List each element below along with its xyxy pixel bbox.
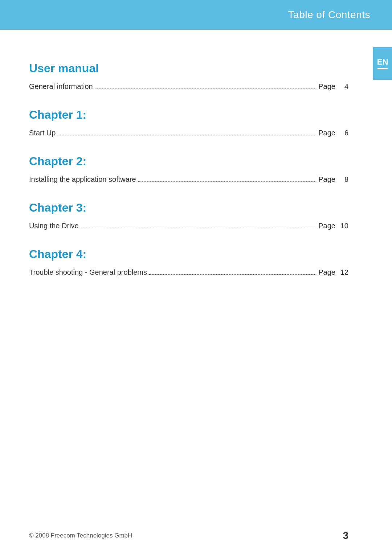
footer-page-number: 3 <box>343 530 348 541</box>
toc-entry: Using the Drive Page 10 <box>29 222 348 230</box>
section-heading-user-manual: User manual <box>29 62 348 75</box>
section-chapter-3: Chapter 3: Using the Drive Page 10 <box>29 201 348 230</box>
footer: © 2008 Freecom Technologies GmbH 3 <box>29 530 348 541</box>
lang-tab: EN <box>373 47 392 80</box>
toc-dots <box>81 228 317 228</box>
toc-page-num: 4 <box>338 82 348 91</box>
toc-page-label: Page <box>318 129 335 137</box>
toc-dots <box>58 135 316 135</box>
toc-page-num: 6 <box>338 129 348 137</box>
toc-entry-title: General information <box>29 82 93 91</box>
toc-content: User manual General information Page 4 C… <box>0 30 392 295</box>
section-heading-chapter-1: Chapter 1: <box>29 108 348 122</box>
section-chapter-4: Chapter 4: Trouble shooting - General pr… <box>29 248 348 277</box>
toc-page-label: Page <box>318 82 335 91</box>
toc-entry: General information Page 4 <box>29 82 348 91</box>
toc-entry-title: Using the Drive <box>29 222 79 230</box>
toc-page-num: 10 <box>338 222 348 230</box>
lang-tab-line <box>377 68 388 69</box>
toc-page-label: Page <box>318 222 335 230</box>
lang-tab-label: EN <box>377 58 388 66</box>
section-heading-chapter-4: Chapter 4: <box>29 248 348 261</box>
toc-entry-title: Installing the application software <box>29 175 136 184</box>
toc-page-num: 12 <box>338 268 348 277</box>
toc-entry-title: Start Up <box>29 129 56 137</box>
section-heading-chapter-2: Chapter 2: <box>29 155 348 168</box>
toc-dots <box>138 181 317 182</box>
toc-entry: Installing the application software Page… <box>29 175 348 184</box>
section-heading-chapter-3: Chapter 3: <box>29 201 348 214</box>
page-title: Table of Contents <box>288 9 370 21</box>
toc-page-label: Page <box>318 268 335 277</box>
toc-dots <box>149 274 316 275</box>
section-chapter-2: Chapter 2: Installing the application so… <box>29 155 348 184</box>
section-chapter-1: Chapter 1: Start Up Page 6 <box>29 108 348 137</box>
header-bar: Table of Contents <box>0 0 392 30</box>
toc-entry: Trouble shooting - General problems Page… <box>29 268 348 277</box>
toc-dots <box>95 89 317 89</box>
toc-entry-title: Trouble shooting - General problems <box>29 268 147 277</box>
footer-copyright: © 2008 Freecom Technologies GmbH <box>29 532 132 539</box>
toc-page-label: Page <box>318 175 335 184</box>
section-user-manual: User manual General information Page 4 <box>29 62 348 91</box>
toc-entry: Start Up Page 6 <box>29 129 348 137</box>
toc-page-num: 8 <box>338 175 348 184</box>
